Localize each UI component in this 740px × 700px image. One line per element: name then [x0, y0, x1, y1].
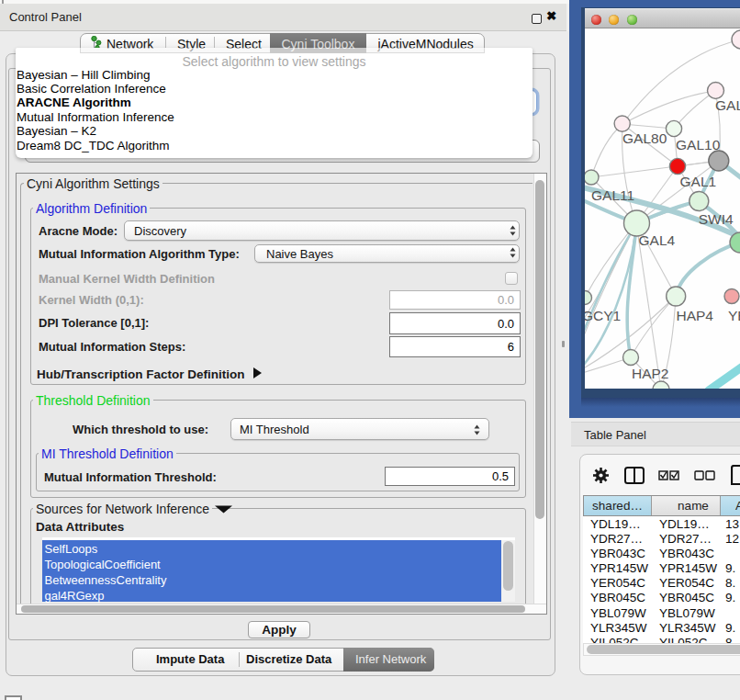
svg-text:GAL7: GAL7: [715, 97, 740, 113]
svg-text:YBR: YBR: [728, 308, 740, 323]
svg-text:HAP2: HAP2: [632, 366, 669, 381]
svg-text:GAL1: GAL1: [680, 174, 717, 189]
svg-text:HAP4: HAP4: [677, 308, 714, 323]
svg-text:GAL11: GAL11: [591, 187, 634, 203]
svg-text:SWI4: SWI4: [699, 211, 734, 227]
svg-text:GAL10: GAL10: [676, 137, 721, 152]
svg-text:GAL4: GAL4: [639, 232, 676, 248]
svg-text:GAL80: GAL80: [622, 130, 667, 146]
svg-text:GCY1: GCY1: [585, 308, 621, 323]
